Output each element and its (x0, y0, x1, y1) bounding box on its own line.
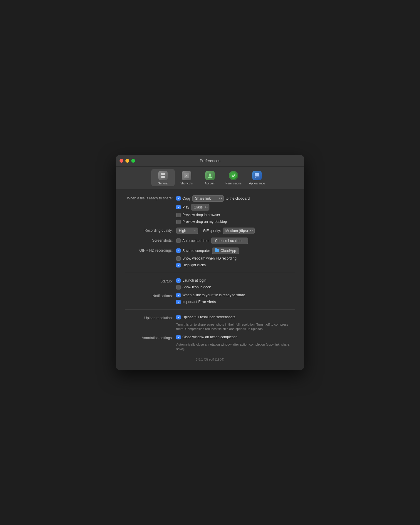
upload-section: Upload resolution: Upload full resolutio… (125, 315, 295, 351)
preview-browser-label: Preview drop in browser (182, 213, 220, 217)
svg-rect-0 (161, 173, 163, 175)
full-res-row: Upload full resolution screenshots (176, 315, 295, 319)
play-row: Play Glass Boop None (176, 204, 295, 211)
permissions-label: Permissions (226, 182, 241, 185)
startup-row: Startup: Launch at login Show icon in do… (125, 278, 295, 290)
save-computer-checkbox[interactable] (176, 248, 181, 253)
appearance-label: Appearance (249, 182, 265, 185)
show-dock-checkbox[interactable] (176, 285, 181, 290)
tab-account[interactable]: Account (198, 169, 222, 186)
gif-quality-select-wrapper: Low (3fps) Medium (6fps) High (12fps) (223, 228, 255, 234)
toolbar: General ⌘ Shortcuts (116, 167, 304, 189)
notifications-row: Notifications: When a link to your file … (125, 293, 295, 304)
choose-location-button[interactable]: Choose Location... (211, 238, 248, 244)
link-ready-label: When a link to your file is ready to sha… (182, 293, 245, 297)
shortcuts-label: Shortcuts (180, 182, 193, 185)
share-label: When a file is ready to share: (125, 195, 176, 201)
tab-shortcuts[interactable]: ⌘ Shortcuts (175, 169, 198, 186)
preview-browser-checkbox[interactable] (176, 213, 181, 217)
svg-point-8 (230, 172, 237, 179)
appearance-icon (252, 170, 262, 181)
preferences-window: Preferences General (116, 155, 304, 370)
cloudapp-folder-badge[interactable]: CloudApp (212, 248, 239, 254)
sound-select-wrapper: Glass Boop None (191, 204, 209, 211)
close-button[interactable] (120, 159, 123, 163)
svg-rect-12 (256, 177, 259, 177)
recording-quality-content: Low Medium High GIF quality: Low (3fps) … (176, 228, 295, 234)
share-link-select[interactable]: Share link Direct link Download link (192, 195, 224, 202)
close-window-row: Close window on action completion (176, 335, 295, 339)
account-icon (205, 170, 215, 181)
gif-hd-label: GIF + HD recordings: (125, 248, 176, 253)
sound-select[interactable]: Glass Boop None (191, 204, 209, 211)
screenshots-content: Auto-upload from Choose Location... (176, 238, 295, 244)
traffic-lights (120, 159, 135, 163)
svg-point-7 (209, 174, 211, 176)
svg-rect-11 (255, 177, 256, 178)
gif-hd-row: GIF + HD recordings: Save to computer Cl… (125, 248, 295, 267)
upload-label: Upload resolution: (125, 315, 176, 321)
auto-upload-label: Auto-upload from (182, 239, 209, 243)
upload-row: Upload resolution: Upload full resolutio… (125, 315, 295, 332)
show-dock-label: Show icon in dock (182, 285, 211, 289)
window-title: Preferences (200, 159, 220, 163)
startup-label: Startup: (125, 278, 176, 284)
notifications-content: When a link to your file is ready to sha… (176, 293, 295, 304)
play-label: Play (182, 205, 189, 209)
close-window-label: Close window on action completion (182, 335, 237, 339)
svg-rect-3 (163, 176, 165, 178)
show-dock-row: Show icon in dock (176, 285, 295, 290)
folder-label: CloudApp (221, 249, 236, 253)
launch-login-label: Launch at login (182, 278, 206, 282)
minimize-button[interactable] (125, 159, 129, 163)
share-row: When a file is ready to share: Copy Shar… (125, 195, 295, 224)
webcam-row: Show webcam when HD recording (176, 256, 295, 261)
svg-rect-1 (163, 173, 165, 175)
content-area: When a file is ready to share: Copy Shar… (116, 189, 304, 370)
svg-rect-2 (161, 176, 163, 178)
annotation-content: Close window on action completion Automa… (176, 335, 295, 351)
error-alerts-row: Important Error Alerts (176, 300, 295, 304)
divider-2 (125, 309, 295, 310)
full-res-checkbox[interactable] (176, 315, 181, 319)
copy-checkbox[interactable] (176, 196, 181, 201)
tab-permissions[interactable]: Permissions (222, 169, 245, 186)
divider-1 (125, 273, 295, 273)
webcam-checkbox[interactable] (176, 256, 181, 261)
share-section: When a file is ready to share: Copy Shar… (125, 195, 295, 267)
launch-login-row: Launch at login (176, 278, 295, 283)
full-res-label: Upload full resolution screenshots (182, 315, 235, 319)
webcam-label: Show webcam when HD recording (182, 256, 236, 260)
maximize-button[interactable] (131, 159, 135, 163)
quality-select[interactable]: Low Medium High (176, 228, 198, 234)
link-ready-row: When a link to your file is ready to sha… (176, 293, 295, 297)
gif-hd-content: Save to computer CloudApp Show webcam wh… (176, 248, 295, 267)
permissions-icon (228, 170, 239, 181)
auto-upload-checkbox[interactable] (176, 238, 181, 243)
general-label: General (158, 182, 168, 185)
launch-login-checkbox[interactable] (176, 278, 181, 283)
preview-desktop-checkbox[interactable] (176, 220, 181, 224)
recording-quality-row: Recording quality: Low Medium High GIF q… (125, 228, 295, 234)
copy-row: Copy Share link Direct link Download lin… (176, 195, 295, 202)
folder-icon (215, 249, 219, 252)
close-window-desc: Automatically close annotation window af… (176, 342, 295, 351)
annotation-row: Annotation settings: Close window on act… (125, 335, 295, 351)
share-content: Copy Share link Direct link Download lin… (176, 195, 295, 224)
tab-appearance[interactable]: Appearance (245, 169, 269, 186)
recording-quality-label: Recording quality: (125, 228, 176, 233)
play-checkbox[interactable] (176, 205, 181, 209)
highlight-clicks-checkbox[interactable] (176, 263, 181, 267)
startup-content: Launch at login Show icon in dock (176, 278, 295, 290)
highlight-clicks-row: Highlight clicks (176, 263, 295, 267)
gif-quality-label: GIF quality: (203, 229, 221, 233)
close-window-checkbox[interactable] (176, 335, 181, 339)
error-alerts-checkbox[interactable] (176, 300, 181, 304)
share-link-select-wrapper: Share link Direct link Download link (192, 195, 224, 202)
shortcuts-icon: ⌘ (181, 170, 192, 181)
tab-general[interactable]: General (151, 169, 175, 186)
gif-quality-select[interactable]: Low (3fps) Medium (6fps) High (12fps) (223, 228, 255, 234)
quality-inline: Low Medium High GIF quality: Low (3fps) … (176, 228, 295, 234)
preview-desktop-label: Preview drop on my desktop (182, 220, 227, 224)
link-ready-checkbox[interactable] (176, 293, 181, 297)
